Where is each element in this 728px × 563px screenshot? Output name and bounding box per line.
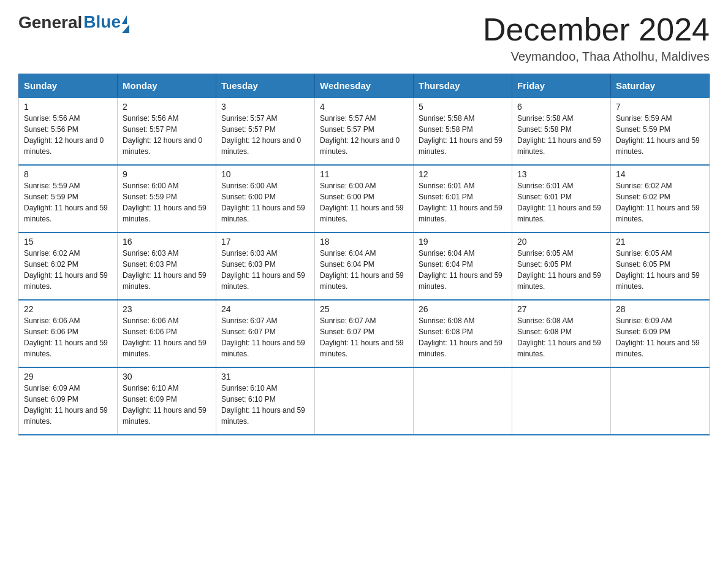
page-header: General Blue December 2024 Veymandoo, Th… (18, 12, 710, 64)
day-info: Sunrise: 5:58 AMSunset: 5:58 PMDaylight:… (517, 113, 605, 157)
day-number: 2 (123, 102, 211, 112)
day-info: Sunrise: 6:06 AMSunset: 6:06 PMDaylight:… (123, 315, 211, 359)
day-cell: 24Sunrise: 6:07 AMSunset: 6:07 PMDayligh… (216, 300, 315, 367)
day-cell: 21Sunrise: 6:05 AMSunset: 6:05 PMDayligh… (611, 232, 710, 300)
day-number: 31 (221, 372, 309, 381)
day-number: 29 (24, 372, 112, 381)
day-number: 26 (419, 304, 507, 314)
day-info: Sunrise: 6:10 AMSunset: 6:10 PMDaylight:… (221, 383, 309, 427)
day-cell: 28Sunrise: 6:09 AMSunset: 6:09 PMDayligh… (611, 300, 710, 367)
day-number: 22 (24, 304, 112, 314)
day-number: 5 (419, 102, 507, 112)
day-info: Sunrise: 6:04 AMSunset: 6:04 PMDaylight:… (419, 248, 507, 292)
col-header-tuesday: Tuesday (216, 74, 315, 98)
day-info: Sunrise: 6:06 AMSunset: 6:06 PMDaylight:… (24, 315, 112, 359)
header-row: SundayMondayTuesdayWednesdayThursdayFrid… (19, 74, 710, 98)
week-row-3: 15Sunrise: 6:02 AMSunset: 6:02 PMDayligh… (19, 232, 710, 300)
day-cell: 11Sunrise: 6:00 AMSunset: 6:00 PMDayligh… (315, 165, 414, 232)
logo-blue-text: Blue (83, 12, 121, 32)
day-number: 24 (221, 304, 309, 314)
day-info: Sunrise: 5:57 AMSunset: 5:57 PMDaylight:… (221, 113, 309, 157)
day-info: Sunrise: 6:03 AMSunset: 6:03 PMDaylight:… (123, 248, 211, 292)
day-cell: 6Sunrise: 5:58 AMSunset: 5:58 PMDaylight… (512, 98, 611, 165)
day-cell: 4Sunrise: 5:57 AMSunset: 5:57 PMDaylight… (315, 98, 414, 165)
day-info: Sunrise: 6:08 AMSunset: 6:08 PMDaylight:… (419, 315, 507, 359)
location-subtitle: Veymandoo, Thaa Atholhu, Maldives (483, 50, 710, 64)
day-cell: 16Sunrise: 6:03 AMSunset: 6:03 PMDayligh… (118, 232, 216, 300)
day-info: Sunrise: 6:02 AMSunset: 6:02 PMDaylight:… (24, 248, 112, 292)
day-cell: 14Sunrise: 6:02 AMSunset: 6:02 PMDayligh… (611, 165, 710, 232)
day-cell: 23Sunrise: 6:06 AMSunset: 6:06 PMDayligh… (118, 300, 216, 367)
day-number: 21 (616, 237, 704, 247)
day-number: 10 (221, 169, 309, 179)
day-info: Sunrise: 5:56 AMSunset: 5:57 PMDaylight:… (123, 113, 211, 157)
day-number: 8 (24, 169, 112, 179)
day-info: Sunrise: 5:57 AMSunset: 5:57 PMDaylight:… (320, 113, 408, 157)
day-cell: 30Sunrise: 6:10 AMSunset: 6:09 PMDayligh… (118, 367, 216, 435)
day-number: 14 (616, 169, 704, 179)
day-cell: 2Sunrise: 5:56 AMSunset: 5:57 PMDaylight… (118, 98, 216, 165)
day-cell: 9Sunrise: 6:00 AMSunset: 5:59 PMDaylight… (118, 165, 216, 232)
logo-general-text: General (18, 13, 82, 33)
day-info: Sunrise: 6:07 AMSunset: 6:07 PMDaylight:… (320, 315, 408, 359)
day-info: Sunrise: 6:09 AMSunset: 6:09 PMDaylight:… (24, 383, 112, 427)
logo-blue-part: Blue (83, 12, 129, 33)
day-info: Sunrise: 6:01 AMSunset: 6:01 PMDaylight:… (517, 180, 605, 224)
day-cell: 19Sunrise: 6:04 AMSunset: 6:04 PMDayligh… (414, 232, 512, 300)
day-number: 9 (123, 169, 211, 179)
day-cell: 29Sunrise: 6:09 AMSunset: 6:09 PMDayligh… (19, 367, 118, 435)
day-cell: 7Sunrise: 5:59 AMSunset: 5:59 PMDaylight… (611, 98, 710, 165)
day-number: 16 (123, 237, 211, 247)
day-number: 7 (616, 102, 704, 112)
day-info: Sunrise: 5:59 AMSunset: 5:59 PMDaylight:… (24, 180, 112, 224)
day-cell: 26Sunrise: 6:08 AMSunset: 6:08 PMDayligh… (414, 300, 512, 367)
day-info: Sunrise: 5:59 AMSunset: 5:59 PMDaylight:… (616, 113, 704, 157)
day-number: 4 (320, 102, 408, 112)
day-number: 15 (24, 237, 112, 247)
day-info: Sunrise: 6:09 AMSunset: 6:09 PMDaylight:… (616, 315, 704, 359)
day-cell: 22Sunrise: 6:06 AMSunset: 6:06 PMDayligh… (19, 300, 118, 367)
day-cell: 8Sunrise: 5:59 AMSunset: 5:59 PMDaylight… (19, 165, 118, 232)
day-number: 1 (24, 102, 112, 112)
day-cell: 13Sunrise: 6:01 AMSunset: 6:01 PMDayligh… (512, 165, 611, 232)
day-cell: 25Sunrise: 6:07 AMSunset: 6:07 PMDayligh… (315, 300, 414, 367)
day-cell (315, 367, 414, 435)
day-info: Sunrise: 6:03 AMSunset: 6:03 PMDaylight:… (221, 248, 309, 292)
day-number: 25 (320, 304, 408, 314)
day-info: Sunrise: 6:05 AMSunset: 6:05 PMDaylight:… (517, 248, 605, 292)
day-cell (512, 367, 611, 435)
logo: General Blue (18, 12, 129, 33)
title-section: December 2024 Veymandoo, Thaa Atholhu, M… (483, 12, 710, 64)
calendar-header: SundayMondayTuesdayWednesdayThursdayFrid… (19, 74, 710, 98)
col-header-wednesday: Wednesday (315, 74, 414, 98)
day-number: 6 (517, 102, 605, 112)
day-cell: 31Sunrise: 6:10 AMSunset: 6:10 PMDayligh… (216, 367, 315, 435)
day-info: Sunrise: 6:00 AMSunset: 5:59 PMDaylight:… (123, 180, 211, 224)
day-cell (611, 367, 710, 435)
day-number: 17 (221, 237, 309, 247)
day-cell: 5Sunrise: 5:58 AMSunset: 5:58 PMDaylight… (414, 98, 512, 165)
day-number: 19 (419, 237, 507, 247)
day-info: Sunrise: 5:56 AMSunset: 5:56 PMDaylight:… (24, 113, 112, 157)
day-cell: 27Sunrise: 6:08 AMSunset: 6:08 PMDayligh… (512, 300, 611, 367)
day-info: Sunrise: 6:02 AMSunset: 6:02 PMDaylight:… (616, 180, 704, 224)
day-info: Sunrise: 6:00 AMSunset: 6:00 PMDaylight:… (320, 180, 408, 224)
day-info: Sunrise: 6:07 AMSunset: 6:07 PMDaylight:… (221, 315, 309, 359)
calendar-table: SundayMondayTuesdayWednesdayThursdayFrid… (18, 74, 710, 435)
day-number: 20 (517, 237, 605, 247)
calendar-body: 1Sunrise: 5:56 AMSunset: 5:56 PMDaylight… (19, 98, 710, 435)
day-info: Sunrise: 5:58 AMSunset: 5:58 PMDaylight:… (419, 113, 507, 157)
day-cell: 3Sunrise: 5:57 AMSunset: 5:57 PMDaylight… (216, 98, 315, 165)
day-info: Sunrise: 6:01 AMSunset: 6:01 PMDaylight:… (419, 180, 507, 224)
day-cell: 1Sunrise: 5:56 AMSunset: 5:56 PMDaylight… (19, 98, 118, 165)
day-number: 11 (320, 169, 408, 179)
day-number: 23 (123, 304, 211, 314)
day-cell: 20Sunrise: 6:05 AMSunset: 6:05 PMDayligh… (512, 232, 611, 300)
day-cell: 18Sunrise: 6:04 AMSunset: 6:04 PMDayligh… (315, 232, 414, 300)
day-info: Sunrise: 6:08 AMSunset: 6:08 PMDaylight:… (517, 315, 605, 359)
col-header-thursday: Thursday (414, 74, 512, 98)
week-row-4: 22Sunrise: 6:06 AMSunset: 6:06 PMDayligh… (19, 300, 710, 367)
col-header-friday: Friday (512, 74, 611, 98)
month-title: December 2024 (483, 12, 710, 47)
day-cell (414, 367, 512, 435)
